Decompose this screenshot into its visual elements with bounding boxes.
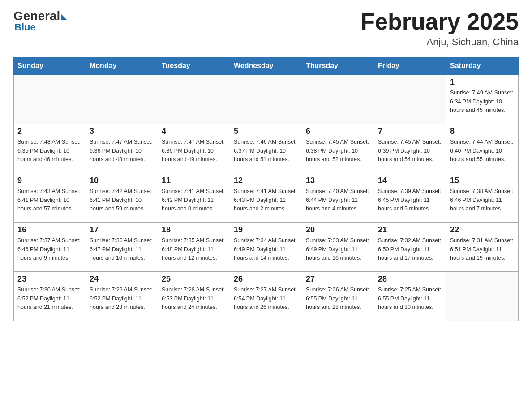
table-row	[158, 75, 230, 124]
day-info: Sunrise: 7:45 AM Sunset: 6:39 PM Dayligh…	[378, 138, 442, 164]
day-info: Sunrise: 7:28 AM Sunset: 6:53 PM Dayligh…	[162, 286, 226, 312]
day-number: 22	[450, 225, 515, 235]
day-number: 3	[90, 127, 154, 136]
table-row: 3Sunrise: 7:47 AM Sunset: 6:36 PM Daylig…	[86, 124, 158, 173]
table-row: 24Sunrise: 7:29 AM Sunset: 6:52 PM Dayli…	[86, 272, 158, 321]
day-number: 12	[234, 176, 298, 185]
day-info: Sunrise: 7:32 AM Sunset: 6:50 PM Dayligh…	[378, 236, 442, 262]
day-number: 19	[234, 225, 298, 235]
calendar-week-row: 1Sunrise: 7:49 AM Sunset: 6:34 PM Daylig…	[14, 75, 519, 124]
day-info: Sunrise: 7:42 AM Sunset: 6:41 PM Dayligh…	[90, 187, 154, 213]
header-wednesday: Wednesday	[230, 57, 302, 75]
page-header: General Blue February 2025 Anju, Sichuan…	[13, 9, 519, 48]
day-info: Sunrise: 7:47 AM Sunset: 6:36 PM Dayligh…	[162, 138, 226, 164]
day-info: Sunrise: 7:35 AM Sunset: 6:48 PM Dayligh…	[162, 236, 226, 262]
table-row: 20Sunrise: 7:33 AM Sunset: 6:49 PM Dayli…	[302, 223, 374, 272]
day-info: Sunrise: 7:38 AM Sunset: 6:46 PM Dayligh…	[450, 187, 515, 213]
table-row: 25Sunrise: 7:28 AM Sunset: 6:53 PM Dayli…	[158, 272, 230, 321]
day-info: Sunrise: 7:39 AM Sunset: 6:45 PM Dayligh…	[378, 187, 442, 213]
header-tuesday: Tuesday	[158, 57, 230, 75]
table-row: 4Sunrise: 7:47 AM Sunset: 6:36 PM Daylig…	[158, 124, 230, 173]
table-row: 11Sunrise: 7:41 AM Sunset: 6:42 PM Dayli…	[158, 173, 230, 223]
day-info: Sunrise: 7:43 AM Sunset: 6:41 PM Dayligh…	[17, 187, 82, 213]
day-number: 28	[378, 274, 442, 284]
header-saturday: Saturday	[446, 57, 519, 75]
day-number: 1	[450, 77, 515, 87]
calendar-week-row: 2Sunrise: 7:48 AM Sunset: 6:35 PM Daylig…	[14, 124, 519, 173]
table-row: 16Sunrise: 7:37 AM Sunset: 6:46 PM Dayli…	[14, 223, 86, 272]
day-info: Sunrise: 7:31 AM Sunset: 6:51 PM Dayligh…	[450, 236, 515, 262]
table-row: 5Sunrise: 7:46 AM Sunset: 6:37 PM Daylig…	[230, 124, 302, 173]
day-info: Sunrise: 7:41 AM Sunset: 6:43 PM Dayligh…	[234, 187, 298, 213]
title-block: February 2025 Anju, Sichuan, China	[360, 9, 519, 48]
day-number: 23	[17, 274, 82, 284]
day-number: 11	[162, 176, 226, 185]
table-row: 21Sunrise: 7:32 AM Sunset: 6:50 PM Dayli…	[374, 223, 446, 272]
day-number: 24	[90, 274, 154, 284]
table-row: 9Sunrise: 7:43 AM Sunset: 6:41 PM Daylig…	[14, 173, 86, 223]
table-row: 8Sunrise: 7:44 AM Sunset: 6:40 PM Daylig…	[446, 124, 519, 173]
day-number: 17	[90, 225, 154, 235]
day-info: Sunrise: 7:48 AM Sunset: 6:35 PM Dayligh…	[17, 138, 82, 164]
calendar-week-row: 16Sunrise: 7:37 AM Sunset: 6:46 PM Dayli…	[14, 223, 519, 272]
logo: General Blue	[13, 9, 67, 33]
day-info: Sunrise: 7:37 AM Sunset: 6:46 PM Dayligh…	[17, 236, 82, 262]
day-info: Sunrise: 7:49 AM Sunset: 6:34 PM Dayligh…	[450, 89, 515, 115]
table-row: 15Sunrise: 7:38 AM Sunset: 6:46 PM Dayli…	[446, 173, 519, 223]
table-row: 7Sunrise: 7:45 AM Sunset: 6:39 PM Daylig…	[374, 124, 446, 173]
day-info: Sunrise: 7:25 AM Sunset: 6:55 PM Dayligh…	[378, 286, 442, 312]
table-row	[446, 272, 519, 321]
day-info: Sunrise: 7:45 AM Sunset: 6:38 PM Dayligh…	[306, 138, 370, 164]
day-number: 13	[306, 176, 370, 185]
header-monday: Monday	[86, 57, 158, 75]
day-number: 14	[378, 176, 442, 185]
table-row: 27Sunrise: 7:26 AM Sunset: 6:55 PM Dayli…	[302, 272, 374, 321]
table-row: 2Sunrise: 7:48 AM Sunset: 6:35 PM Daylig…	[14, 124, 86, 173]
day-info: Sunrise: 7:29 AM Sunset: 6:52 PM Dayligh…	[90, 286, 154, 312]
table-row: 28Sunrise: 7:25 AM Sunset: 6:55 PM Dayli…	[374, 272, 446, 321]
table-row: 26Sunrise: 7:27 AM Sunset: 6:54 PM Dayli…	[230, 272, 302, 321]
day-info: Sunrise: 7:47 AM Sunset: 6:36 PM Dayligh…	[90, 138, 154, 164]
table-row	[230, 75, 302, 124]
day-number: 7	[378, 127, 442, 136]
table-row: 18Sunrise: 7:35 AM Sunset: 6:48 PM Dayli…	[158, 223, 230, 272]
day-number: 5	[234, 127, 298, 136]
day-number: 21	[378, 225, 442, 235]
calendar-subtitle: Anju, Sichuan, China	[360, 36, 519, 48]
table-row: 13Sunrise: 7:40 AM Sunset: 6:44 PM Dayli…	[302, 173, 374, 223]
day-info: Sunrise: 7:44 AM Sunset: 6:40 PM Dayligh…	[450, 138, 515, 164]
day-number: 26	[234, 274, 298, 284]
day-number: 8	[450, 127, 515, 136]
day-number: 15	[450, 176, 515, 185]
day-number: 25	[162, 274, 226, 284]
day-number: 18	[162, 225, 226, 235]
day-number: 4	[162, 127, 226, 136]
header-friday: Friday	[374, 57, 446, 75]
calendar-title: February 2025	[360, 9, 519, 34]
table-row: 12Sunrise: 7:41 AM Sunset: 6:43 PM Dayli…	[230, 173, 302, 223]
day-info: Sunrise: 7:41 AM Sunset: 6:42 PM Dayligh…	[162, 187, 226, 213]
day-number: 10	[90, 176, 154, 185]
day-info: Sunrise: 7:30 AM Sunset: 6:52 PM Dayligh…	[17, 286, 82, 312]
day-number: 16	[17, 225, 82, 235]
day-info: Sunrise: 7:40 AM Sunset: 6:44 PM Dayligh…	[306, 187, 370, 213]
table-row	[374, 75, 446, 124]
header-thursday: Thursday	[302, 57, 374, 75]
calendar-table: Sunday Monday Tuesday Wednesday Thursday…	[13, 57, 519, 321]
table-row	[14, 75, 86, 124]
day-number: 9	[17, 176, 82, 185]
header-sunday: Sunday	[14, 57, 86, 75]
day-number: 20	[306, 225, 370, 235]
table-row: 23Sunrise: 7:30 AM Sunset: 6:52 PM Dayli…	[14, 272, 86, 321]
day-info: Sunrise: 7:34 AM Sunset: 6:49 PM Dayligh…	[234, 236, 298, 262]
logo-blue-text: Blue	[14, 21, 36, 33]
calendar-header-row: Sunday Monday Tuesday Wednesday Thursday…	[14, 57, 519, 75]
calendar-week-row: 9Sunrise: 7:43 AM Sunset: 6:41 PM Daylig…	[14, 173, 519, 223]
table-row: 19Sunrise: 7:34 AM Sunset: 6:49 PM Dayli…	[230, 223, 302, 272]
day-info: Sunrise: 7:26 AM Sunset: 6:55 PM Dayligh…	[306, 286, 370, 312]
day-info: Sunrise: 7:27 AM Sunset: 6:54 PM Dayligh…	[234, 286, 298, 312]
table-row: 17Sunrise: 7:36 AM Sunset: 6:47 PM Dayli…	[86, 223, 158, 272]
table-row: 6Sunrise: 7:45 AM Sunset: 6:38 PM Daylig…	[302, 124, 374, 173]
table-row: 14Sunrise: 7:39 AM Sunset: 6:45 PM Dayli…	[374, 173, 446, 223]
day-number: 6	[306, 127, 370, 136]
